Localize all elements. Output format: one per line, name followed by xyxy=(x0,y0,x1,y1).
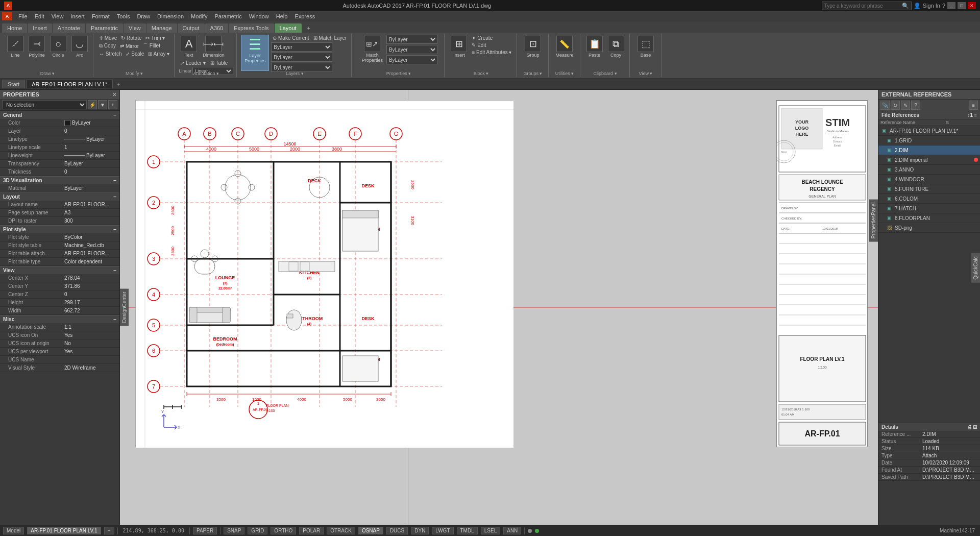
mirror-button[interactable]: ⇌ Mirror xyxy=(118,42,140,50)
tab-layout[interactable]: Layout xyxy=(275,23,302,33)
ducs-button[interactable]: DUCS xyxy=(386,527,408,534)
xref-item-sd-png[interactable]: 🖼 SD-png xyxy=(878,223,980,233)
prop-dropdown-1[interactable]: ByLayer xyxy=(386,35,437,44)
group-button[interactable]: ⊡ Group xyxy=(523,35,543,59)
dyn-button[interactable]: DYN xyxy=(411,527,429,534)
3dviz-section-header[interactable]: 3D Visualization − xyxy=(0,176,119,184)
properties-panel-tab[interactable]: PropertiesPanel xyxy=(869,199,878,241)
xref-item-4windoor[interactable]: ▣ 4.WINDOOR xyxy=(878,175,980,184)
misc-section-header[interactable]: Misc − xyxy=(0,315,119,323)
menu-item-window[interactable]: Window xyxy=(246,13,272,20)
lweight-button[interactable]: LWGT xyxy=(432,527,453,534)
signin-label[interactable]: Sign In xyxy=(923,3,940,9)
snap-button[interactable]: SNAP xyxy=(224,527,244,534)
menu-item-help[interactable]: Help xyxy=(273,13,291,20)
edit-button[interactable]: ✎ Edit xyxy=(470,42,513,48)
selection-dropdown[interactable]: No selection xyxy=(2,100,87,109)
select-filter-button[interactable]: ▼ xyxy=(98,100,107,109)
quick-select-button[interactable]: ⚡ xyxy=(88,100,97,109)
view-section-header[interactable]: View − xyxy=(0,266,119,274)
search-input[interactable] xyxy=(824,3,901,9)
ortho-button[interactable]: ORTHO xyxy=(271,527,296,534)
text-button[interactable]: A Text xyxy=(179,35,199,59)
tab-plus[interactable]: + xyxy=(304,23,313,33)
paste-button[interactable]: 📋 Paste xyxy=(584,35,605,59)
quick-calc-tab[interactable]: QuickCalc xyxy=(971,253,980,283)
fillet-button[interactable]: ⌒ Fillet xyxy=(141,42,162,50)
base-button[interactable]: ⬚ Base xyxy=(635,35,656,59)
otrack-button[interactable]: OTRACK xyxy=(327,527,355,534)
menu-item-edit[interactable]: Edit xyxy=(32,13,47,20)
menu-item-express[interactable]: Express xyxy=(291,13,318,20)
tab-view[interactable]: View xyxy=(124,23,146,33)
menu-item-draw[interactable]: Draw xyxy=(134,13,153,20)
details-print-icon[interactable]: 🖨 xyxy=(967,424,972,430)
osnap-button[interactable]: OSNAP xyxy=(358,527,383,534)
match-layer-button[interactable]: ⊞ Match Layer xyxy=(312,35,349,41)
arc-button[interactable]: ◡ Arc xyxy=(69,35,90,59)
xref-item-1grid[interactable]: ▣ 1.GRID xyxy=(878,136,980,145)
tab-output[interactable]: Output xyxy=(178,23,205,33)
tab-main-drawing[interactable]: AR-FP.01 FLOOR PLAN LV.1* xyxy=(26,80,113,88)
tab-express-tools[interactable]: Express Tools xyxy=(229,23,274,33)
dimension-button[interactable]: ⟼⟻ Dimension xyxy=(201,35,227,59)
menu-item-dimension[interactable]: Dimension xyxy=(154,13,187,20)
copy-button[interactable]: ⧉ Copy xyxy=(97,42,117,50)
xref-list-view-button[interactable]: ≡ xyxy=(969,101,978,110)
minimize-button[interactable]: _ xyxy=(947,2,955,9)
xref-item-2dim[interactable]: ▣ 2.DIM xyxy=(878,145,980,155)
array-button[interactable]: ⊞ Array ▾ xyxy=(146,51,171,57)
model-tab-button[interactable]: Model xyxy=(3,527,24,534)
xref-help-button[interactable]: ? xyxy=(911,101,920,110)
menu-item-insert[interactable]: Insert xyxy=(67,13,88,20)
properties-panel-header[interactable]: PROPERTIES ✕ xyxy=(0,90,119,99)
lineselect-button[interactable]: LSEL xyxy=(481,527,500,534)
plot-style-section-header[interactable]: Plot style − xyxy=(0,225,119,233)
annotscale-button[interactable]: ANN xyxy=(503,527,521,534)
file-refs-sort-button[interactable]: ↕1 xyxy=(968,112,973,118)
match-properties-button[interactable]: ⊞↗ MatchProperties xyxy=(360,35,385,64)
insert-button[interactable]: ⊞ Insert xyxy=(449,35,469,59)
layer-dropdown-2[interactable]: ByLayer xyxy=(271,53,332,62)
menu-item-view[interactable]: View xyxy=(48,13,67,20)
tab-parametric[interactable]: Parametric xyxy=(86,23,123,33)
xref-item-main[interactable]: ▣ AR-FP.01 FLOOR PLAN LV.1* xyxy=(878,126,980,136)
menu-item-file[interactable]: File xyxy=(15,13,31,20)
paper-space-indicator[interactable]: PAPER xyxy=(193,527,217,534)
measure-button[interactable]: 📏 Measure xyxy=(553,35,575,59)
move-button[interactable]: ✛ Move xyxy=(97,35,118,41)
close-button[interactable]: ✕ xyxy=(968,2,976,9)
xref-attach-button[interactable]: 📎 xyxy=(880,101,890,110)
restore-button[interactable]: □ xyxy=(958,2,966,9)
grid-button[interactable]: GRID xyxy=(248,527,267,534)
tab-home[interactable]: Home xyxy=(2,23,27,33)
tab-manage[interactable]: Manage xyxy=(146,23,177,33)
stretch-button[interactable]: ↔ Stretch xyxy=(97,51,123,57)
add-layout-button[interactable]: + xyxy=(104,527,114,534)
menu-item-format[interactable]: Format xyxy=(89,13,113,20)
prop-dropdown-2[interactable]: ByLayer xyxy=(386,45,437,54)
tab-add[interactable]: + xyxy=(114,80,123,88)
polar-button[interactable]: POLAR xyxy=(299,527,324,534)
file-refs-list-button[interactable]: ≡ xyxy=(974,112,977,118)
prop-dropdown-3[interactable]: ByLayer xyxy=(386,55,437,64)
tmodel-button[interactable]: TMDL xyxy=(457,527,478,534)
menu-item-tools[interactable]: Tools xyxy=(114,13,133,20)
menu-item-parametric[interactable]: Parametric xyxy=(211,13,244,20)
trim-button[interactable]: ✂ Trim ▾ xyxy=(144,35,166,41)
scale-button[interactable]: ⤢ Scale xyxy=(124,51,145,57)
table-button[interactable]: ⊞ Table xyxy=(209,60,230,66)
drawing-area[interactable]: DesignCenter xyxy=(120,90,878,525)
menu-item-modify[interactable]: Modify xyxy=(188,13,210,20)
xref-item-2dim-imperial[interactable]: ▣ 2.DIM imperial xyxy=(878,155,980,165)
make-current-button[interactable]: ⊙ Make Current xyxy=(271,35,310,41)
edit-attributes-button[interactable]: ≡ Edit Attributes ▾ xyxy=(470,49,513,56)
tab-insert[interactable]: Insert xyxy=(28,23,52,33)
xref-item-3anno[interactable]: ▣ 3.ANNO xyxy=(878,165,980,175)
tab-annotate[interactable]: Annotate xyxy=(53,23,85,33)
xref-change-path-button[interactable]: ✎ xyxy=(901,101,910,110)
line-button[interactable]: ⟋ Line xyxy=(5,35,26,59)
xref-item-7hatch[interactable]: ▣ 7.HATCH xyxy=(878,204,980,213)
create-button[interactable]: ✦ Create xyxy=(470,35,513,41)
help-icon[interactable]: ? xyxy=(942,3,945,9)
